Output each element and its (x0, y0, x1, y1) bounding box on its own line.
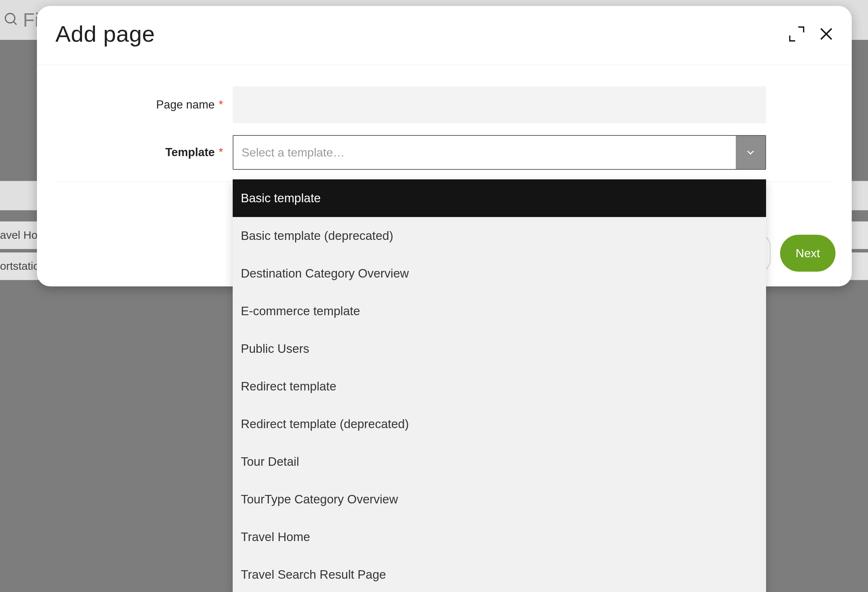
modal-header-actions (787, 25, 836, 43)
template-option[interactable]: Destination Category Overview (233, 255, 766, 292)
svg-line-1 (13, 21, 16, 24)
expand-icon[interactable] (787, 25, 806, 43)
next-button[interactable]: Next (780, 235, 836, 272)
template-option[interactable]: Tour Detail (233, 443, 766, 480)
search-icon (3, 11, 19, 29)
template-option[interactable]: Redirect template (233, 368, 766, 405)
template-required: * (218, 146, 223, 159)
close-icon[interactable] (817, 25, 836, 43)
row-page-name: Page name * (55, 86, 833, 123)
template-option[interactable]: Redirect template (deprecated) (233, 405, 766, 443)
template-dropdown[interactable]: Basic templateBasic template (deprecated… (233, 180, 766, 592)
page-name-label: Page name * (55, 98, 233, 112)
template-option[interactable]: Travel Search Result Page (233, 556, 766, 592)
add-page-modal: Add page Page name * (37, 6, 852, 286)
template-option[interactable]: Basic template (233, 180, 766, 217)
template-select-placeholder: Select a template… (233, 136, 736, 169)
template-control: Select a template… (233, 135, 766, 170)
row-template: Template * Select a template… (55, 135, 833, 170)
template-option[interactable]: E-commerce template (233, 292, 766, 330)
next-button-label: Next (796, 247, 820, 260)
svg-point-0 (5, 13, 15, 23)
bg-row-2-label: ortstatio (0, 260, 40, 272)
modal-body: Page name * Template * Select a template… (37, 65, 852, 197)
template-option[interactable]: TourType Category Overview (233, 480, 766, 518)
chevron-down-icon (736, 136, 765, 169)
template-label: Template * (55, 146, 233, 159)
template-label-text: Template (165, 146, 215, 159)
template-option[interactable]: Basic template (deprecated) (233, 217, 766, 255)
page-name-input[interactable] (233, 86, 766, 123)
modal-title: Add page (55, 21, 155, 47)
template-option[interactable]: Public Users (233, 330, 766, 368)
modal-header: Add page (37, 6, 852, 65)
template-option[interactable]: Travel Home (233, 518, 766, 556)
page-name-control (233, 86, 766, 123)
page-name-label-text: Page name (156, 98, 215, 111)
bg-row-1-label: avel Hor (0, 229, 41, 241)
template-select[interactable]: Select a template… (233, 135, 766, 170)
page-name-required: * (218, 98, 223, 111)
